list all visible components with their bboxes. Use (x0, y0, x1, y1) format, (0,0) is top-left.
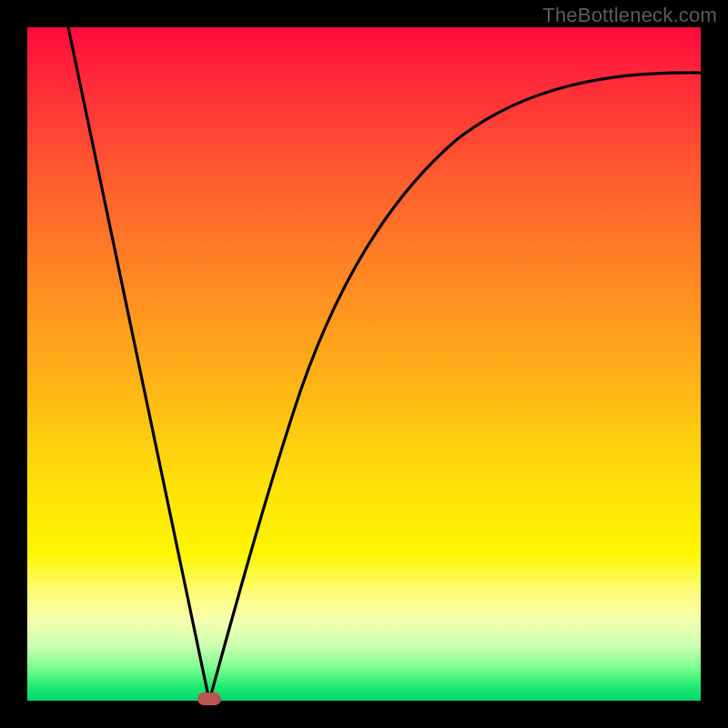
plot-area (27, 27, 701, 701)
chart-frame: TheBottleneck.com (0, 0, 728, 728)
curve-svg (27, 27, 701, 701)
watermark-text: TheBottleneck.com (542, 4, 717, 27)
minimum-marker (197, 693, 221, 705)
bottleneck-curve-path (68, 27, 701, 701)
